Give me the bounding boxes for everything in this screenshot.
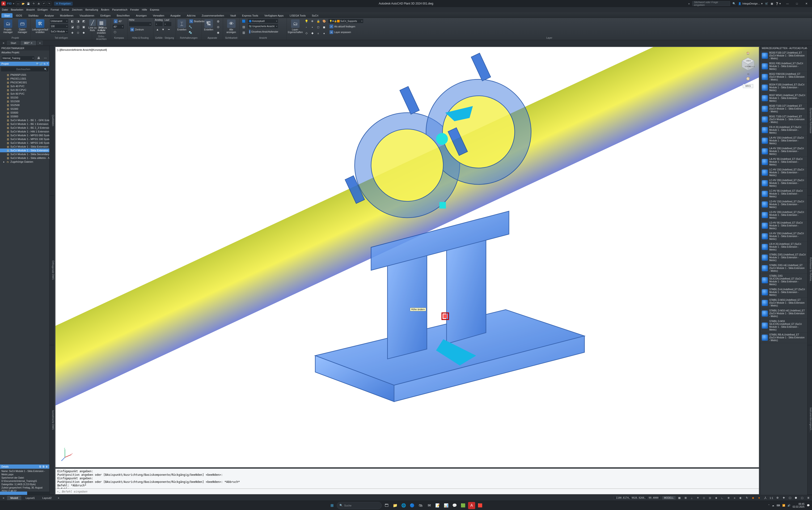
support-misc2-icon[interactable]: 🔩 <box>188 30 193 35</box>
sb-snap-icon[interactable]: ⊞ <box>683 495 688 500</box>
palette-item[interactable]: BG52 F80/100,Undefined_ET (SuCri Module … <box>760 72 807 82</box>
layer-a-icon[interactable]: ▫ <box>304 25 309 30</box>
sb-iso-icon[interactable]: ◇ <box>701 495 706 500</box>
menu-fenster[interactable]: Fenster <box>130 8 139 11</box>
center-button[interactable]: ⊕Zentrum <box>129 27 152 32</box>
tree-item[interactable]: ▥SuCri Module 1 - MPSS 100 Systemteile <box>0 137 49 141</box>
sb-monitor-icon[interactable]: 🖵 <box>787 495 792 500</box>
teams-icon[interactable]: 💬 <box>451 502 458 509</box>
layer-f-icon[interactable]: ◆ <box>310 30 315 36</box>
palette-item[interactable]: STABIL D-M16 mE,Undefined_ET (SuCri Modu… <box>760 308 807 319</box>
start-button[interactable]: ⊞ <box>328 502 336 509</box>
layer-properties-button[interactable]: 🗂 Layer-Eigenschaften <box>288 19 302 34</box>
menu-format[interactable]: Format <box>51 8 59 11</box>
make-current-button[interactable]: ✔Als aktuell festlegen <box>328 24 364 29</box>
qat-saveas-icon[interactable]: ⧉ <box>31 1 36 6</box>
new-tab-button[interactable]: + <box>37 40 43 45</box>
side-tab[interactable]: Instrumentierungssch… <box>808 345 812 495</box>
tab-001[interactable]: 001* ✕ <box>21 40 36 45</box>
side-tab[interactable]: Isometrische DWG <box>50 345 54 495</box>
sb-gizmo-icon[interactable]: ◆ <box>751 495 755 500</box>
share-button[interactable]: ✈ Freigeben <box>54 2 73 6</box>
sb-gear-icon[interactable]: ⚙ <box>775 495 780 500</box>
sb-cycle-icon[interactable]: ↻ <box>745 495 749 500</box>
sb-lw-icon[interactable]: ≡ <box>732 495 737 500</box>
maximize-button[interactable]: □ <box>793 1 801 6</box>
layer-on-icon[interactable]: 💡 <box>304 19 309 24</box>
search-icon[interactable]: 🔍 <box>732 2 736 5</box>
wks-label[interactable]: WKS <box>743 84 753 88</box>
palette-item[interactable]: LC-HV 150,Undefined_ET (SuCri Module 1 -… <box>760 167 807 178</box>
palette-item[interactable]: LC-HV 200,Undefined_ET (SuCri Module 1 -… <box>760 178 807 189</box>
ribbon-tab-sucri[interactable]: SuCri <box>309 13 321 18</box>
palette-item[interactable]: BG57 MS41,Undefined_ET (SuCri Module 1 -… <box>760 93 807 104</box>
chrome-icon[interactable]: 🔵 <box>409 502 416 509</box>
outlook-icon[interactable]: ✉ <box>426 502 433 509</box>
tree-item[interactable]: ▥Sch 80 PVC <box>0 92 49 96</box>
palette-item[interactable]: LA-HV 200,Undefined_ET (SuCri Module 1 -… <box>760 146 807 157</box>
tray-wifi-icon[interactable]: 📶 <box>782 504 785 507</box>
layer-lock-icon[interactable]: 🔒 <box>316 19 321 24</box>
ribbon-tab-anzeigen[interactable]: Anzeigen <box>133 13 150 18</box>
palette-item[interactable]: LR-H 20,Undefined_ET (SuCri Module 1 - S… <box>760 242 807 252</box>
tree-item[interactable]: ▥SS1500 <box>0 100 49 103</box>
command-window[interactable]: Einfügepunkt angeben: Punktposition ange… <box>55 469 759 494</box>
view-swatch-1[interactable]: 🟦 <box>241 19 246 24</box>
ribbon-tab-express-tools[interactable]: Express Tools <box>239 13 261 18</box>
sb-osnap-icon[interactable]: ◎ <box>708 495 713 500</box>
autocad-icon[interactable]: A <box>468 502 475 509</box>
help-icon[interactable]: ❔ ▾ <box>776 2 781 5</box>
compass-45-button[interactable]: ∡45° <box>112 19 124 24</box>
palette-item[interactable]: LC-HV 90,Undefined_ET (SuCri Module 1 - … <box>760 189 807 199</box>
search-prev-icon[interactable]: ▸ <box>689 2 690 5</box>
pm-det-b-icon[interactable]: 🖺 <box>42 465 45 468</box>
pm-print-icon[interactable]: 🖶 <box>36 55 41 61</box>
mini-btn-2[interactable]: ◨ <box>76 19 81 24</box>
palette-item[interactable]: STABIL RB-A,Undefined_ET (SuCri Module 1… <box>760 333 807 343</box>
tree-item[interactable]: ▥PN15CM1S01 <box>0 81 49 84</box>
tray-volume-icon[interactable]: 🔊 <box>787 504 790 507</box>
create-routing-button[interactable]: 🛠 Leitungsverlauferstellen <box>32 19 48 34</box>
tree-item[interactable]: ▥SS150 <box>0 96 49 100</box>
current-project-combo[interactable]: Internal_Training <box>1 56 35 60</box>
close-button[interactable]: ✕ <box>802 1 811 6</box>
orbit-icon[interactable]: ⟲ <box>747 73 749 76</box>
tree-item[interactable]: ▥Sch 80 CPVC <box>0 88 49 92</box>
layer-h-icon[interactable]: ▴ <box>321 30 327 36</box>
tree-item[interactable]: ▥SS300 <box>0 107 49 111</box>
slope-up-icon[interactable]: ▲ <box>155 27 160 32</box>
palette-item[interactable]: STABIL D-M16,Undefined_ET (SuCri Module … <box>760 298 807 308</box>
palette-item[interactable]: FR-H 20,Undefined_ET (SuCri Module 1 - S… <box>760 125 807 136</box>
edge-icon[interactable]: 🌐 <box>400 502 407 509</box>
sb-dynucs-icon[interactable]: ∟ <box>720 495 725 500</box>
sb-ann-icon[interactable]: 人 <box>763 495 767 500</box>
help-search-input[interactable]: Stichwort oder Frage eingeben <box>692 1 730 6</box>
tree-folder[interactable]: ▸🗀Zugehörige Dateien <box>0 160 49 164</box>
pm-tree[interactable]: ▥PN09SP1S01▥PN15CL1S01▥PN15CM1S01▥Sch 40… <box>0 73 49 464</box>
palette-item[interactable]: BG50 F100-1/2",Undefined_ET (SuCri Modul… <box>760 51 807 61</box>
tree-item[interactable]: ▥SuCri Module 1 - Hilti 1 Extension <box>0 130 49 134</box>
qat-open-icon[interactable]: 📂 <box>21 1 25 6</box>
equip-2-icon[interactable]: ◎ <box>215 24 221 30</box>
pm-det-c-icon[interactable]: 🗎 <box>46 465 48 468</box>
slope-off-icon[interactable]: ━ <box>166 27 171 32</box>
ribbon-tab-analyse[interactable]: Analyse <box>42 13 57 18</box>
ribbon-tab-modellieren[interactable]: Modellieren <box>57 13 76 18</box>
side-tab[interactable]: Dynamische Rohrklasse <box>808 46 812 196</box>
home-icon[interactable]: 🏠 <box>746 52 750 55</box>
ribbon-tab-stahlbau[interactable]: Stahlbau <box>26 13 41 18</box>
sb-polar-icon[interactable]: ✳ <box>695 495 700 500</box>
palette-item[interactable]: STABIL D-A,Undefined_ET (SuCri Module 1 … <box>760 287 807 298</box>
size-combo[interactable]: 100 <box>50 24 68 29</box>
palette-item[interactable]: LD-HV 150,Undefined_ET (SuCri Module 1 -… <box>760 199 807 210</box>
tree-item[interactable]: ▥Sch 40 PVC <box>0 84 49 88</box>
tree-item[interactable]: ▥SuCri Module 1 - Sikla Extension - Impe… <box>0 145 49 148</box>
tree-item[interactable]: ▥SuCri Module 1 - MPSS 140 Systemteile <box>0 141 49 145</box>
single-viewport-button[interactable]: ▯Einzelnes Ansichtsfenster <box>248 29 278 34</box>
pm-reload-icon[interactable]: ↻ <box>44 63 46 65</box>
ribbon-tab-verwalten[interactable]: Verwalten <box>150 13 167 18</box>
misc-app-icon[interactable]: 🟥 <box>476 502 484 509</box>
tree-item[interactable]: ▥SuCri Module 1 - Sikla siMetrix - Metri… <box>0 156 49 160</box>
tree-item[interactable]: ▥SS900 <box>0 115 49 118</box>
ribbon-tab-verfügbare-apps[interactable]: Verfügbare Apps <box>262 13 286 18</box>
